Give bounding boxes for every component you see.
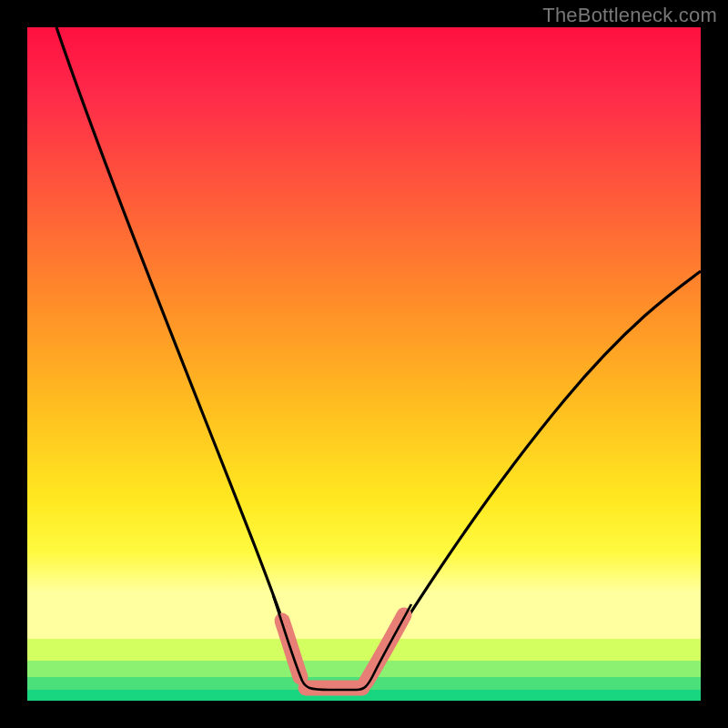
watermark-text: TheBottleneck.com bbox=[542, 4, 717, 27]
band-yellow-green bbox=[27, 639, 701, 661]
plot-area bbox=[27, 27, 701, 701]
chart-svg bbox=[0, 0, 728, 728]
chart-frame: TheBottleneck.com bbox=[0, 0, 728, 728]
band-pale-yellow bbox=[27, 592, 701, 639]
